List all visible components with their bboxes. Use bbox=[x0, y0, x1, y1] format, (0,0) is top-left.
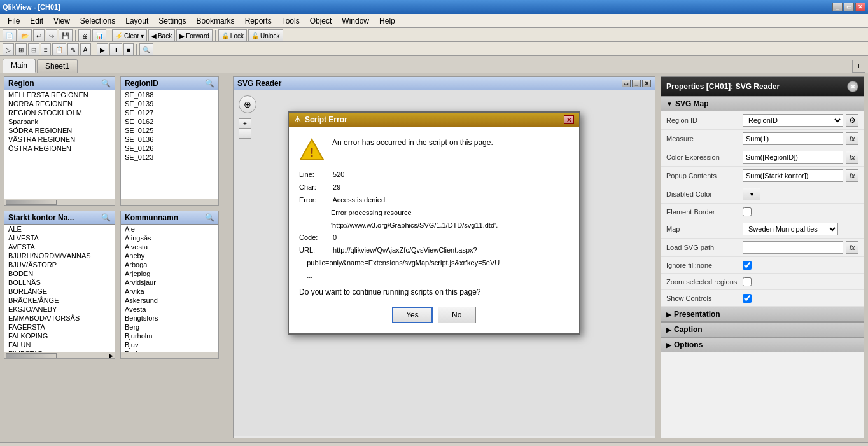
dialog-close-button[interactable]: ✕ bbox=[564, 115, 574, 124]
dialog-buttons: Yes No bbox=[299, 307, 569, 323]
url-label: URL: bbox=[299, 244, 331, 257]
error-label: Error: bbox=[299, 194, 331, 207]
dialog-question: Do you want to continue running scripts … bbox=[299, 288, 569, 296]
svg-text:!: ! bbox=[310, 145, 314, 159]
char-label: Char: bbox=[299, 181, 331, 194]
line-value: 520 bbox=[333, 171, 344, 178]
dialog-warning-icon: ⚠ bbox=[294, 115, 301, 124]
char-value: 29 bbox=[333, 183, 340, 191]
dialog-overlay: ⚠ Script Error ✕ ! An error has occurred… bbox=[0, 0, 868, 446]
dialog-message: An error has occurred in the script on t… bbox=[332, 137, 493, 148]
error-value: Access is denied. bbox=[332, 196, 387, 204]
dialog-no-button[interactable]: No bbox=[438, 307, 476, 323]
error-detail: Error processing resource'http://www.w3.… bbox=[299, 209, 498, 229]
dialog-details: Line: 520 Char: 29 Error: Access is deni… bbox=[299, 169, 569, 282]
dialog-yes-button[interactable]: Yes bbox=[392, 307, 433, 323]
script-error-dialog: ⚠ Script Error ✕ ! An error has occurred… bbox=[288, 111, 580, 334]
code-value: 0 bbox=[333, 233, 337, 241]
dialog-title-bar: ⚠ Script Error ✕ bbox=[289, 113, 579, 127]
dialog-title: Script Error bbox=[305, 115, 347, 124]
line-label: Line: bbox=[299, 169, 331, 181]
code-label: Code: bbox=[299, 232, 331, 244]
warning-triangle-icon: ! bbox=[299, 137, 325, 162]
dialog-body: ! An error has occurred in the script on… bbox=[289, 127, 579, 333]
dialog-icon-row: ! An error has occurred in the script on… bbox=[299, 137, 569, 162]
